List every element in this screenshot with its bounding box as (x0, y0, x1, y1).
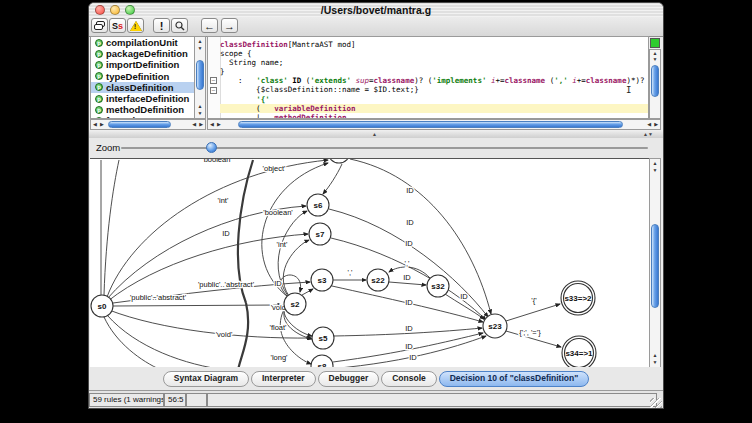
code-line[interactable]: scope { (220, 49, 648, 58)
splitter-arrows-icon[interactable]: ▲▼ (643, 131, 653, 137)
editor-hscroll-thumb[interactable] (238, 121, 623, 128)
sidebar-item-importDefinition[interactable]: pimportDefinition (91, 59, 194, 70)
sidebar-item-typeDefinition[interactable]: ptypeDefinition (91, 71, 194, 82)
zoom-slider-thumb[interactable] (206, 142, 217, 153)
scroll-up-icon[interactable]: ▲ (650, 161, 660, 166)
scroll-down-icon[interactable]: ▼ (195, 111, 205, 116)
scroll-down-icon[interactable]: ▼ (650, 168, 660, 173)
tab-console[interactable]: Console (381, 371, 437, 387)
code-line[interactable]: : 'class' ID ('extends' sup=classname)? … (220, 76, 648, 85)
diagram-node-s0[interactable]: s0 (91, 295, 113, 317)
rule-name: typeDefinition (106, 71, 169, 82)
back-button[interactable]: ← (201, 18, 218, 33)
diagram-vscroll-thumb[interactable] (651, 224, 659, 308)
back-button: ← (204, 20, 215, 32)
edge-label: 'int' (277, 240, 288, 249)
code-line[interactable]: ( variableDefinition (220, 104, 648, 113)
diagram-node-s22[interactable]: s22 (367, 269, 389, 291)
scroll-down-icon[interactable]: ▼ (650, 57, 660, 62)
dfa-edge (316, 336, 486, 368)
scroll-left-icon[interactable]: ◀ (192, 120, 196, 129)
dfa-edge (350, 159, 491, 314)
diagram-node-s2[interactable]: s2 (284, 293, 306, 315)
diagram-node-s6[interactable]: s6 (307, 194, 329, 216)
editor-vertical-scrollbar[interactable]: ▲ ▼ (649, 49, 661, 119)
splitter-collapse-icon[interactable]: ▲ (372, 131, 377, 137)
scroll-down-icon[interactable]: ▼ (195, 46, 205, 51)
syntax-coloring-button[interactable]: Ss (109, 18, 126, 33)
scroll-up-icon[interactable]: ▲ (195, 104, 205, 109)
scroll-left-icon[interactable]: ◀ (93, 120, 97, 129)
dfa-edge (302, 289, 313, 295)
edge-label: ID (405, 298, 413, 307)
scroll-right-icon[interactable]: ▶ (217, 120, 221, 129)
sidebar-item-compilationUnit[interactable]: pcompilationUnit (91, 37, 194, 48)
scroll-left-icon[interactable]: ◀ (647, 120, 651, 129)
sidebar-item-packageDefinition[interactable]: ppackageDefinition (91, 48, 194, 59)
grammar-editor[interactable]: –– classDefinition[MantraAST mod]scope {… (207, 36, 649, 119)
rule-name: compilationUnit (106, 37, 178, 48)
rules-outline-button[interactable] (91, 18, 108, 33)
tab-decision-10-of-classdefinition[interactable]: Decision 10 of "classDefinition" (439, 371, 590, 387)
titlebar[interactable]: /Users/bovet/mantra.g (89, 3, 663, 18)
tab-interpreter[interactable]: Interpreter (251, 371, 316, 387)
grammar-health-indicator (650, 38, 660, 48)
edge-label: 'boolean' (202, 159, 232, 164)
dfa-edge (323, 164, 342, 194)
scroll-right-icon[interactable]: ▶ (100, 120, 104, 129)
debug-button[interactable]: ! (153, 18, 170, 33)
scroll-right-icon[interactable]: ▶ (199, 120, 203, 129)
svg-text:s2: s2 (291, 300, 300, 309)
zoom-slider[interactable] (121, 147, 648, 149)
forward-button[interactable]: → (221, 18, 238, 33)
code-line[interactable]: } (220, 67, 648, 76)
scroll-left-icon[interactable]: ◀ (210, 120, 214, 129)
diagram-node-s23[interactable]: s23 (483, 314, 507, 338)
edge-label: ID (409, 353, 417, 362)
code-line[interactable]: String name; (220, 58, 648, 67)
sidebar-hscroll-thumb[interactable] (108, 121, 171, 128)
svg-text:s0: s0 (98, 302, 107, 311)
find-button[interactable] (171, 18, 188, 33)
svg-text:s3: s3 (318, 276, 327, 285)
scroll-up-icon[interactable]: ▲ (650, 353, 660, 358)
svg-text:s32: s32 (431, 282, 445, 291)
scroll-up-icon[interactable]: ▲ (195, 39, 205, 44)
fold-toggle-icon[interactable]: – (210, 77, 217, 84)
zoom-control-row: Zoom (89, 138, 663, 158)
scroll-down-icon[interactable]: ▼ (650, 360, 660, 365)
diagram-node-s5[interactable]: s5 (312, 327, 334, 349)
code-line[interactable]: {$classDefinition::name = $ID.text;} (220, 85, 648, 94)
tab-debugger[interactable]: Debugger (318, 371, 380, 387)
diagram-node-s32[interactable]: s32 (427, 275, 449, 297)
tab-syntax-diagram[interactable]: Syntax Diagram (163, 371, 249, 387)
window-resize-grip[interactable] (650, 398, 662, 409)
sidebar-horizontal-scrollbar[interactable]: ◀ ▶ ◀ ▶ (90, 119, 206, 130)
edge-label: 'long' (270, 353, 288, 362)
diagram-node-s7[interactable]: s7 (309, 223, 331, 245)
diagram-vertical-scrollbar[interactable]: ▲ ▼ ▲ ▼ (649, 158, 661, 368)
diagram-node-s3[interactable]: s3 (311, 269, 333, 291)
dfa-edge (107, 315, 226, 368)
diagram-node-s34=>1[interactable]: s34=>1 (562, 336, 596, 368)
editor-horizontal-scrollbar[interactable]: ◀ ▶ ◀ ▶ (207, 119, 661, 130)
sidebar-vertical-scrollbar[interactable]: ▲ ▼ ▲ ▼ (194, 36, 206, 119)
fold-toggle-icon[interactable]: – (210, 87, 217, 94)
decision-dfa-canvas[interactable]: 'public'..'abstract''public'..'abstract'… (90, 158, 649, 369)
bottom-tab-bar: Syntax DiagramInterpreterDebuggerConsole… (89, 367, 663, 390)
svg-text:s5: s5 (319, 334, 328, 343)
editor-code-area[interactable]: classDefinition[MantraAST mod]scope { St… (220, 40, 648, 119)
diagram-node-top[interactable] (328, 159, 350, 163)
sidebar-vscroll-thumb[interactable] (196, 60, 204, 90)
parser-rule-icon: p (95, 61, 103, 69)
editor-vscroll-thumb[interactable] (651, 65, 659, 97)
warning-button[interactable]: ! (127, 18, 144, 33)
diagram-node-s33=>2[interactable]: s33=>2 (561, 281, 595, 315)
code-line[interactable]: '{' (220, 95, 648, 104)
code-line[interactable]: classDefinition[MantraAST mod] (220, 40, 648, 49)
sidebar-item-interfaceDefinition[interactable]: pinterfaceDefinition (91, 93, 194, 104)
scroll-right-icon[interactable]: ▶ (654, 120, 658, 129)
sidebar-item-classDefinition[interactable]: pclassDefinition (91, 82, 194, 93)
svg-text:s7: s7 (316, 230, 325, 239)
sidebar-item-methodDefinition[interactable]: pmethodDefinition (91, 104, 194, 115)
